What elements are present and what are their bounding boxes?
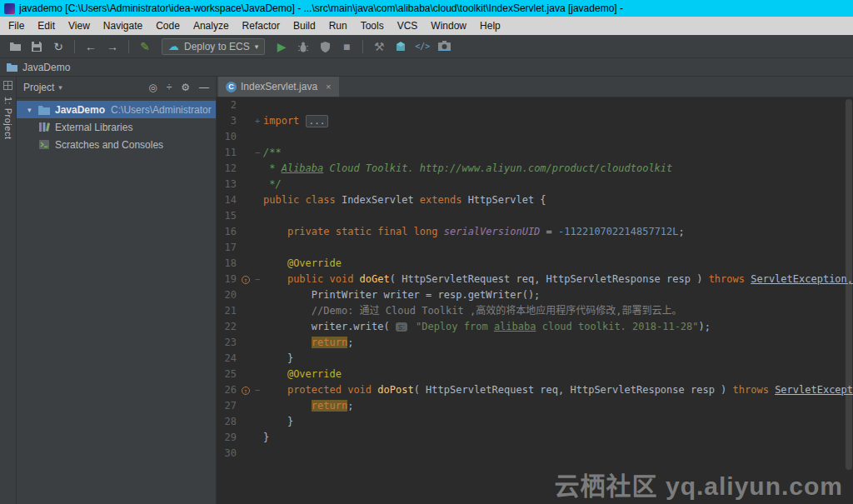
panel-title[interactable]: Project	[23, 82, 54, 93]
navigation-bar: JavaDemo	[0, 58, 853, 77]
edit-configurations-icon[interactable]: ✎	[135, 37, 155, 56]
coverage-button[interactable]	[315, 37, 335, 56]
menu-view[interactable]: View	[62, 17, 97, 35]
main-area: 1: Project Project ▾ ◎ ÷ ⚙ — ▾ JavaDemo …	[0, 77, 853, 504]
tool-window-strip: 1: Project	[0, 77, 17, 504]
menu-code[interactable]: Code	[149, 17, 187, 35]
override-gutter-icon[interactable]: ↑	[242, 387, 250, 395]
code-line: 12 * Alibaba Cloud Toolkit. http://www.a…	[217, 161, 853, 177]
line-number: 18	[217, 256, 240, 272]
code-lines: 23+import ...1011−/**12 * Alibaba Cloud …	[217, 97, 853, 462]
fold-marker[interactable]: +	[252, 113, 263, 129]
line-number: 21	[217, 303, 240, 319]
line-number: 29	[217, 430, 240, 446]
line-number: 14	[217, 192, 240, 208]
gear-icon[interactable]: ⚙	[181, 82, 190, 92]
open-button[interactable]	[5, 37, 25, 56]
fold-marker[interactable]: −	[252, 272, 263, 287]
tree-item-external-libraries[interactable]: External Libraries	[17, 118, 216, 136]
project-tool-window: Project ▾ ◎ ÷ ⚙ — ▾ JavaDemo C:\Users\Ad…	[17, 77, 217, 504]
editor-tab-indexservlet[interactable]: C IndexServlet.java ×	[218, 77, 339, 97]
fold-marker[interactable]: −	[252, 382, 263, 398]
code-line: 22 writer.write( s: "Deploy from alibaba…	[217, 319, 853, 335]
line-number: 22	[217, 319, 240, 335]
locate-file-icon[interactable]: ◎	[148, 82, 157, 92]
deploy-config-select[interactable]: ☁ Deploy to ECS ▾	[162, 38, 265, 55]
code-line: 15	[217, 208, 853, 224]
line-number: 15	[217, 208, 240, 224]
code-line: 21 //Demo: 通过 Cloud Toolkit ,高效的将本地应用程序代…	[217, 303, 853, 319]
fold-marker[interactable]: −	[252, 145, 263, 161]
menu-edit[interactable]: Edit	[31, 17, 62, 35]
line-number: 24	[217, 351, 240, 367]
tree-item-javademo[interactable]: ▾ JavaDemo C:\Users\Administrator	[17, 101, 216, 118]
line-number: 20	[217, 287, 240, 303]
line-number: 27	[217, 398, 240, 414]
forward-button[interactable]: →	[102, 37, 122, 56]
line-number: 25	[217, 367, 240, 382]
toolbar-separator	[362, 40, 363, 53]
menu-file[interactable]: File	[2, 17, 31, 35]
toolbar-separator	[74, 40, 75, 53]
build-hammer-icon[interactable]: ⚒	[369, 37, 389, 56]
code-editor[interactable]: 23+import ...1011−/**12 * Alibaba Cloud …	[217, 97, 853, 504]
line-number: 13	[217, 177, 240, 192]
run-button[interactable]: ▶	[272, 37, 292, 56]
collapse-all-icon[interactable]: ÷	[167, 82, 172, 92]
tool-windows-widget-icon[interactable]	[3, 81, 12, 90]
menu-bar: FileEditViewNavigateCodeAnalyzeRefactorB…	[0, 17, 853, 35]
synchronize-icon[interactable]: ↻	[48, 37, 68, 56]
save-all-button[interactable]	[27, 37, 47, 56]
chevron-down-icon[interactable]: ▾	[58, 83, 62, 92]
deploy-package-icon[interactable]	[391, 37, 411, 56]
code-line: 25 @Override	[217, 367, 853, 382]
code-line: 30	[217, 446, 853, 462]
breadcrumb[interactable]: JavaDemo	[22, 62, 70, 73]
stop-button[interactable]: ■	[337, 37, 357, 56]
code-line: 28 }	[217, 414, 853, 430]
hide-panel-icon[interactable]: —	[199, 82, 209, 92]
line-number: 3	[217, 113, 240, 129]
scrollbar[interactable]	[846, 99, 852, 470]
menu-vcs[interactable]: VCS	[391, 17, 425, 35]
tree-item-scratches[interactable]: Scratches and Consoles	[17, 136, 216, 153]
screenshot-icon[interactable]	[434, 37, 454, 56]
menu-help[interactable]: Help	[473, 17, 507, 35]
line-number: 11	[217, 145, 240, 161]
menu-build[interactable]: Build	[287, 17, 322, 35]
menu-run[interactable]: Run	[322, 17, 354, 35]
title-bar[interactable]: javademo [C:\Users\Administrator\idea-wo…	[0, 0, 853, 17]
back-button[interactable]: ←	[81, 37, 101, 56]
line-number: 26	[217, 382, 240, 398]
menu-navigate[interactable]: Navigate	[97, 17, 149, 35]
code-line: 20 PrintWriter writer = resp.getWriter()…	[217, 287, 853, 303]
line-number: 19	[217, 272, 240, 287]
line-number: 28	[217, 414, 240, 430]
library-icon	[37, 121, 51, 134]
ide-window: { "window": { "title": "javademo [C:\\Us…	[0, 0, 853, 504]
editor-column: C IndexServlet.java × 23+import ...1011−…	[217, 77, 853, 504]
project-panel-header: Project ▾ ◎ ÷ ⚙ —	[17, 77, 216, 98]
console-icon	[37, 138, 51, 152]
code-line: 29}	[217, 430, 853, 446]
code-line: 10	[217, 129, 853, 145]
code-line: 11−/**	[217, 145, 853, 161]
menu-refactor[interactable]: Refactor	[236, 17, 287, 35]
menu-analyze[interactable]: Analyze	[187, 17, 236, 35]
menu-window[interactable]: Window	[424, 17, 473, 35]
project-folder-icon	[7, 62, 17, 72]
toolbar-separator	[128, 40, 129, 53]
tree-item-label: External Libraries	[55, 122, 132, 133]
chevron-down-icon[interactable]: ▾	[27, 106, 37, 114]
override-gutter-icon[interactable]: ↑	[242, 276, 250, 284]
editor-tab-label: IndexServlet.java	[241, 81, 317, 92]
menu-tools[interactable]: Tools	[354, 17, 391, 35]
line-number: 12	[217, 161, 240, 177]
project-tool-button[interactable]: 1: Project	[3, 97, 13, 139]
code-tool-icon[interactable]: </>	[412, 37, 432, 56]
debug-button[interactable]	[293, 37, 313, 56]
close-icon[interactable]: ×	[326, 82, 331, 92]
line-number: 30	[217, 446, 240, 462]
watermark: 云栖社区 yq.aliyun.com	[555, 466, 843, 502]
main-toolbar: ↻ ← → ✎ ☁ Deploy to ECS ▾ ▶ ■ ⚒ </>	[0, 35, 853, 58]
